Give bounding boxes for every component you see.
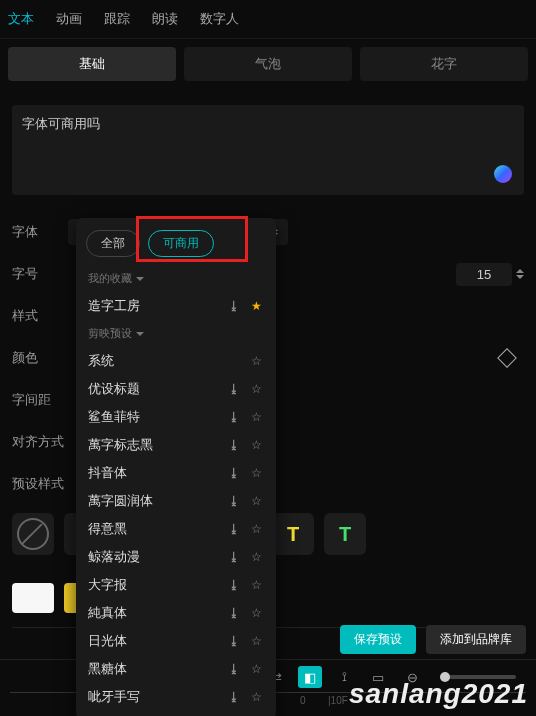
subtab-basic[interactable]: 基础: [8, 47, 176, 81]
download-icon[interactable]: ⭳: [226, 298, 242, 314]
tab-text[interactable]: 文本: [8, 10, 34, 28]
font-option[interactable]: 大字报⭳☆: [76, 571, 276, 599]
download-icon[interactable]: ⭳: [226, 437, 242, 453]
tab-anim[interactable]: 动画: [56, 10, 82, 28]
star-icon[interactable]: ☆: [248, 549, 264, 565]
section-favorites[interactable]: 我的收藏: [76, 265, 276, 292]
style-tile[interactable]: [12, 513, 54, 555]
sub-tabs: 基础 气泡 花字: [0, 39, 536, 89]
spinner-icon[interactable]: [516, 268, 524, 280]
add-brand-button[interactable]: 添加到品牌库: [426, 625, 526, 654]
star-icon[interactable]: ☆: [248, 381, 264, 397]
size-input[interactable]: 15: [456, 263, 512, 286]
star-icon[interactable]: ☆: [248, 633, 264, 649]
font-option[interactable]: 日光体⭳☆: [76, 627, 276, 655]
tab-avatar[interactable]: 数字人: [200, 10, 239, 28]
font-option[interactable]: 得意黑⭳☆: [76, 515, 276, 543]
zoom-out-icon[interactable]: ⊖: [400, 666, 424, 688]
font-option[interactable]: 黑糖体⭳☆: [76, 655, 276, 683]
filter-commercial[interactable]: 可商用: [148, 230, 214, 257]
tool-preview-icon[interactable]: ▭: [366, 666, 390, 688]
diamond-icon[interactable]: [497, 348, 517, 368]
download-icon[interactable]: ⭳: [226, 633, 242, 649]
font-option[interactable]: 鲨鱼菲特⭳☆: [76, 403, 276, 431]
zoom-in-icon[interactable]: ⊕: [532, 666, 536, 688]
font-option[interactable]: 优设标题⭳☆: [76, 375, 276, 403]
tab-read[interactable]: 朗读: [152, 10, 178, 28]
top-tabs: 文本 动画 跟踪 朗读 数字人: [0, 0, 536, 39]
star-icon[interactable]: ★: [248, 298, 264, 314]
save-preset-button[interactable]: 保存预设: [340, 625, 416, 654]
download-icon[interactable]: ⭳: [226, 409, 242, 425]
zoom-slider[interactable]: [440, 675, 516, 679]
star-icon[interactable]: ☆: [248, 353, 264, 369]
download-icon[interactable]: ⭳: [226, 661, 242, 677]
section-presets[interactable]: 剪映预设: [76, 320, 276, 347]
star-icon[interactable]: ☆: [248, 661, 264, 677]
tab-track[interactable]: 跟踪: [104, 10, 130, 28]
text-content: 字体可商用吗: [22, 116, 100, 131]
download-icon[interactable]: ⭳: [226, 381, 242, 397]
download-icon[interactable]: ⭳: [226, 521, 242, 537]
font-option[interactable]: 萬字圆润体⭳☆: [76, 487, 276, 515]
tool-magnet-icon[interactable]: ◧: [298, 666, 322, 688]
star-icon[interactable]: ☆: [248, 409, 264, 425]
font-option[interactable]: 萬字标志黑⭳☆: [76, 431, 276, 459]
filter-all[interactable]: 全部: [86, 230, 140, 257]
font-option[interactable]: 純真体⭳☆: [76, 599, 276, 627]
text-content-box[interactable]: 字体可商用吗: [12, 105, 524, 195]
star-icon[interactable]: ☆: [248, 577, 264, 593]
color-ball-icon[interactable]: [494, 165, 512, 183]
star-icon[interactable]: ☆: [248, 437, 264, 453]
color-tile[interactable]: [12, 583, 54, 613]
star-icon[interactable]: ☆: [248, 493, 264, 509]
star-icon[interactable]: ☆: [248, 521, 264, 537]
font-option[interactable]: 造字工房⭳★: [76, 292, 276, 320]
download-icon[interactable]: ⭳: [226, 577, 242, 593]
star-icon[interactable]: ☆: [248, 605, 264, 621]
download-icon[interactable]: ⭳: [226, 689, 242, 705]
font-option[interactable]: 系统☆: [76, 347, 276, 375]
download-icon[interactable]: ⭳: [226, 493, 242, 509]
star-icon[interactable]: ☆: [248, 465, 264, 481]
subtab-fancy[interactable]: 花字: [360, 47, 528, 81]
font-dropdown: 全部 可商用 我的收藏 造字工房⭳★ 剪映预设 系统☆优设标题⭳☆鲨鱼菲特⭳☆萬…: [76, 218, 276, 716]
font-option[interactable]: 呲牙手写⭳☆: [76, 683, 276, 711]
font-option[interactable]: 鲸落动漫⭳☆: [76, 543, 276, 571]
style-tile[interactable]: T: [324, 513, 366, 555]
download-icon[interactable]: ⭳: [226, 549, 242, 565]
download-icon[interactable]: ⭳: [226, 465, 242, 481]
subtab-bubble[interactable]: 气泡: [184, 47, 352, 81]
download-icon[interactable]: ⭳: [226, 605, 242, 621]
font-option[interactable]: 抖音体⭳☆: [76, 459, 276, 487]
tool-link-icon[interactable]: ⟟: [332, 666, 356, 688]
style-tile[interactable]: T: [272, 513, 314, 555]
star-icon[interactable]: ☆: [248, 689, 264, 705]
